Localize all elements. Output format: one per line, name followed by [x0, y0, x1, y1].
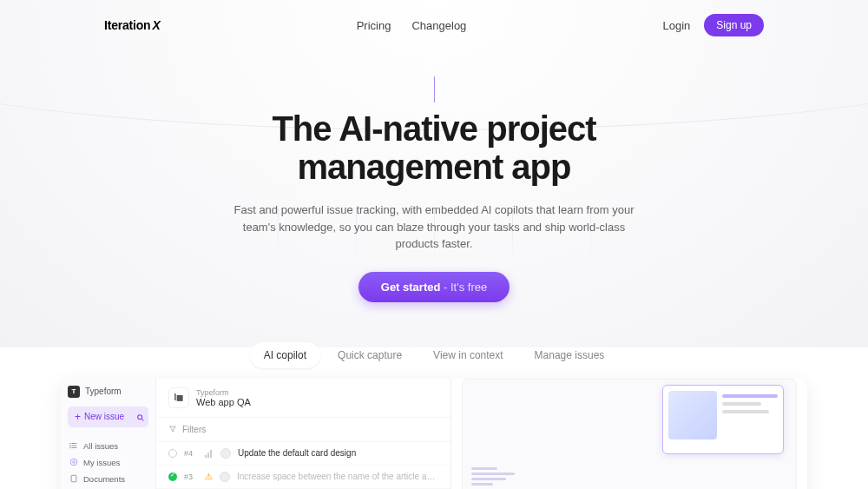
issue-id: #4: [184, 449, 198, 458]
tab-manage-issues[interactable]: Manage issues: [521, 342, 619, 368]
nav-changelog[interactable]: Changelog: [411, 19, 466, 32]
plus-icon: +: [75, 411, 81, 423]
issue-title: Increase space between the name of the a…: [237, 472, 438, 481]
logo[interactable]: IterationX: [104, 18, 161, 32]
project-icon: I◼: [168, 387, 189, 408]
project-title: Web app QA: [196, 397, 251, 407]
screenshot-preview: [462, 379, 797, 490]
target-icon: [69, 458, 78, 466]
accent-line: [434, 76, 435, 102]
assignee-avatar: [220, 472, 230, 482]
preview-image: [668, 391, 717, 439]
issue-row[interactable]: #4 Update the default card design: [156, 442, 450, 466]
svg-line-1: [141, 419, 143, 420]
project-header: I◼ Typeform Web app QA: [156, 379, 450, 418]
filters-button[interactable]: Filters: [156, 418, 450, 442]
assignee-avatar: [220, 448, 231, 459]
list-icon: [69, 441, 78, 450]
sidebar-documents[interactable]: Documents: [68, 471, 148, 487]
project-org: Typeform: [196, 388, 251, 397]
preview-thumb: [471, 467, 515, 488]
tab-view-context[interactable]: View in context: [419, 342, 517, 368]
priority-warn-icon: ⚠: [205, 472, 213, 481]
get-started-button[interactable]: Get started - It's free: [358, 272, 510, 302]
document-icon: [69, 474, 78, 483]
svg-point-8: [70, 459, 77, 466]
tab-quick-capture[interactable]: Quick capture: [324, 342, 416, 368]
hero-title: The AI-native projectmanagement app: [0, 109, 868, 186]
login-link[interactable]: Login: [662, 19, 690, 32]
svg-point-7: [69, 447, 70, 448]
status-done-icon: [168, 472, 177, 481]
svg-point-0: [138, 414, 142, 419]
status-todo-icon: [168, 449, 177, 458]
sidebar-my-issues[interactable]: My issues: [68, 454, 148, 471]
priority-icon: [205, 449, 214, 458]
svg-point-6: [69, 446, 70, 446]
workspace-name: Typeform: [85, 387, 122, 396]
issue-row[interactable]: #3 ⚠ Increase space between the name of …: [156, 466, 450, 489]
hero-subtitle: Fast and powerful issue tracking, with e…: [226, 202, 642, 253]
sidebar-all-issues[interactable]: All issues: [68, 438, 148, 454]
filter-icon: [168, 425, 177, 433]
search-icon: [136, 413, 145, 422]
tab-ai-copilot[interactable]: AI copilot: [250, 342, 320, 368]
app-preview: T Typeform + New issue All issues My iss…: [61, 379, 807, 490]
signup-button[interactable]: Sign up: [704, 14, 764, 36]
svg-point-5: [69, 443, 70, 444]
nav-pricing[interactable]: Pricing: [357, 19, 391, 32]
workspace-icon: T: [68, 386, 80, 398]
issue-title: Update the default card design: [238, 448, 438, 458]
svg-point-9: [73, 461, 76, 464]
preview-card: [662, 385, 784, 454]
workspace-switcher[interactable]: T Typeform: [68, 386, 148, 398]
issue-id: #3: [184, 472, 198, 481]
svg-rect-10: [71, 475, 76, 482]
search-button[interactable]: [133, 410, 148, 426]
